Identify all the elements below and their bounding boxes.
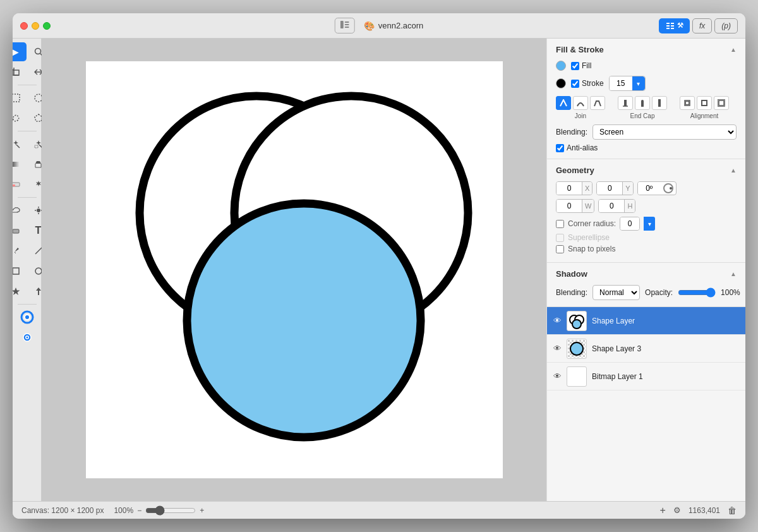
titlebar: 🎨 venn2.acorn ⚒ fx (p) [13, 13, 745, 39]
align-outside-btn[interactable] [714, 96, 729, 110]
lasso-tool[interactable] [13, 109, 27, 128]
crop-tool[interactable] [13, 63, 27, 82]
svg-rect-1 [345, 21, 349, 23]
statusbar-right: + ⚙ 1163,401 🗑 [660, 505, 737, 516]
rect-vector-tool[interactable] [13, 262, 27, 281]
y-input[interactable] [597, 182, 622, 195]
w-input[interactable] [556, 200, 582, 212]
svg-point-8 [35, 94, 42, 102]
align-center-btn[interactable] [697, 96, 712, 110]
color-bg[interactable] [16, 328, 38, 347]
rect-select-tool[interactable] [13, 88, 27, 107]
p-label: (p) [721, 21, 731, 30]
cap-butt-btn[interactable] [618, 96, 633, 110]
layer-eye-bitmap[interactable]: 👁 [553, 372, 562, 381]
layer-eye-shape3[interactable]: 👁 [553, 344, 562, 353]
settings-icon[interactable]: ⚙ [673, 505, 681, 515]
geometry-section: Geometry ▲ X Y [547, 159, 745, 263]
geometry-collapse[interactable]: ▲ [730, 167, 737, 174]
select-tool[interactable]: ▶ [13, 42, 27, 61]
layer-eye-shape[interactable]: 👁 [553, 316, 562, 325]
opacity-value: 100% [721, 288, 740, 297]
rect-shape-tool[interactable] [13, 221, 27, 240]
gradient-tool[interactable] [13, 155, 27, 174]
align-inside-btn[interactable] [680, 96, 695, 110]
color-fg[interactable] [13, 328, 15, 347]
color-wheel-tool[interactable] [16, 308, 38, 327]
star-tool[interactable] [13, 282, 27, 301]
p-button[interactable]: (p) [714, 18, 738, 33]
stroke-checkbox[interactable] [571, 80, 579, 88]
stroke-checkbox-label[interactable]: Stroke [571, 79, 604, 88]
svg-marker-26 [13, 287, 20, 295]
divider-1 [18, 85, 37, 85]
fill-color-swatch[interactable] [556, 61, 566, 71]
corner-radius-input[interactable] [620, 217, 639, 230]
stroke-width-input-wrapper: ▾ [609, 76, 646, 91]
superellipse-checkbox[interactable] [556, 234, 564, 242]
pen-tool[interactable] [13, 241, 27, 260]
geometry-header: Geometry ▲ [556, 166, 737, 175]
x-input[interactable] [556, 182, 582, 195]
divider-3 [18, 197, 37, 198]
stroke-dropdown-btn[interactable]: ▾ [632, 76, 645, 90]
minimize-button[interactable] [32, 22, 39, 30]
shadow-blending-select[interactable]: Normal Multiply Screen [593, 285, 640, 300]
shadow-collapse[interactable]: ▲ [730, 270, 737, 277]
stroke-color-swatch[interactable] [556, 78, 566, 88]
angle-input[interactable] [638, 182, 661, 195]
svg-point-58 [570, 342, 583, 355]
cloud-tool[interactable] [13, 201, 27, 220]
add-layer-btn[interactable]: + [660, 505, 666, 516]
cap-square-btn[interactable] [652, 96, 667, 110]
join-miter-btn[interactable] [556, 96, 571, 110]
antialias-label[interactable]: Anti-alias [556, 143, 598, 152]
join-group: Join [556, 96, 605, 119]
layer-name-shape: Shape Layer [592, 317, 739, 325]
zoom-pct: 100% [114, 506, 133, 515]
fill-checkbox-label[interactable]: Fill [571, 61, 591, 70]
x-input-wrapper: X [556, 181, 593, 195]
layer-item-bitmap[interactable]: 👁 Bitmap Layer 1 [547, 363, 745, 390]
maximize-button[interactable] [43, 22, 51, 30]
trash-icon[interactable]: 🗑 [728, 505, 737, 516]
statusbar: Canvas: 1200 × 1200 px 100% − + + ⚙ 1163… [13, 501, 745, 519]
snap-checkbox[interactable] [556, 245, 564, 253]
canvas[interactable] [86, 61, 503, 478]
divider-2 [18, 131, 37, 131]
zoom-slider[interactable] [145, 505, 196, 516]
h-input[interactable] [599, 200, 624, 212]
svg-line-10 [16, 145, 20, 148]
opacity-slider[interactable] [678, 287, 716, 298]
svg-rect-3 [345, 27, 349, 28]
stroke-width-input[interactable] [610, 76, 632, 90]
layer-thumb-shape3 [567, 339, 587, 359]
cap-round-btn[interactable] [635, 96, 650, 110]
endcap-label: End Cap [630, 112, 655, 119]
join-round-btn[interactable] [573, 96, 588, 110]
layer-thumb-bitmap [567, 366, 587, 387]
fill-stroke-collapse[interactable]: ▲ [730, 46, 737, 53]
antialias-checkbox[interactable] [556, 144, 564, 152]
close-button[interactable] [20, 22, 28, 30]
corner-radius-checkbox[interactable] [556, 220, 564, 228]
svg-line-23 [35, 248, 42, 254]
fx-button[interactable]: fx [692, 18, 712, 33]
zoom-minus-icon[interactable]: − [137, 506, 141, 515]
layer-item-shape-layer[interactable]: 👁 Shape Layer [547, 307, 745, 335]
magic-wand-tool[interactable] [13, 135, 27, 154]
corner-radius-dropdown[interactable]: ▾ [644, 217, 655, 231]
eraser-tool[interactable] [13, 175, 27, 194]
tools-button[interactable]: ⚒ [659, 18, 690, 33]
layers-section: 👁 Shape Layer 👁 [547, 307, 745, 501]
sidebar-toggle-button[interactable] [335, 18, 355, 33]
blending-select[interactable]: Screen Normal Multiply Overlay [593, 124, 737, 140]
canvas-area[interactable] [42, 39, 546, 501]
svg-point-40 [187, 203, 421, 437]
zoom-plus-icon[interactable]: + [200, 506, 204, 515]
svg-rect-21 [13, 229, 19, 233]
layer-item-shape-layer-3[interactable]: 👁 [547, 335, 745, 363]
layer-thumb-shape [567, 311, 587, 331]
join-bevel-btn[interactable] [590, 96, 605, 110]
fill-checkbox[interactable] [571, 62, 579, 70]
